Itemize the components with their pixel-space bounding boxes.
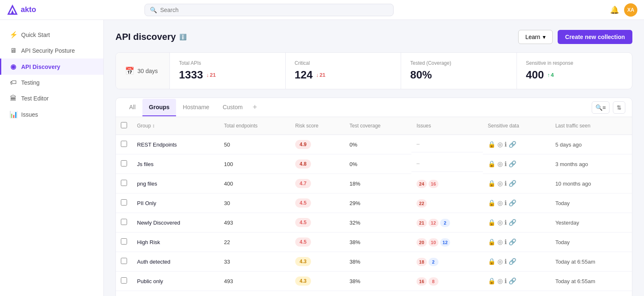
- sidebar-label-quick-start: Quick Start: [21, 32, 50, 38]
- learn-button[interactable]: Learn ▾: [518, 30, 553, 44]
- row-checkbox-0[interactable]: [121, 141, 127, 147]
- row-checkbox-3[interactable]: [121, 199, 127, 205]
- row-coverage-8: 42%: [345, 291, 412, 296]
- sidebar-label-testing: Testing: [21, 79, 39, 86]
- row-sensitive-4: 🔒 ◎ ℹ 🔗: [483, 213, 551, 232]
- col-coverage: Test coverage: [345, 117, 412, 135]
- issue-badge: 12: [440, 238, 450, 247]
- sensitive-icons: 🔒 ◎ ℹ 🔗: [488, 277, 546, 285]
- table-section: All Groups Hostname Custom + 🔍≡ ⇅ Group …: [115, 98, 632, 296]
- row-issues-0: –: [411, 135, 482, 152]
- sensitive-delta: ↑4: [547, 72, 554, 78]
- sidebar-label-issues: Issues: [21, 111, 38, 118]
- row-risk-6: 4.3: [290, 252, 345, 272]
- row-last-traffic-2: 10 months ago: [550, 174, 632, 193]
- row-sensitive-5: 🔒 ◎ ℹ 🔗: [483, 232, 551, 252]
- row-endpoints-3: 30: [219, 193, 290, 213]
- row-sensitive-8: 🔒 ◎ ℹ 🔗: [483, 291, 551, 296]
- row-coverage-7: 38%: [345, 272, 412, 291]
- critical-value: 124 ↓21: [295, 68, 392, 81]
- search-input[interactable]: [160, 7, 388, 13]
- sidebar-item-quick-start[interactable]: ⚡ Quick Start: [0, 27, 103, 43]
- row-checkbox-5[interactable]: [121, 238, 127, 245]
- row-name-3[interactable]: PII Only: [132, 193, 219, 213]
- row-risk-2: 4.7: [290, 174, 345, 193]
- no-issues: –: [416, 141, 419, 147]
- row-name-8[interactable]: Private only: [132, 291, 219, 296]
- row-checkbox-6[interactable]: [121, 258, 127, 264]
- learn-label: Learn: [525, 34, 540, 40]
- row-risk-4: 4.5: [290, 213, 345, 232]
- critical-delta: ↓21: [316, 72, 326, 78]
- sidebar-label-api-discovery: API Discovery: [21, 64, 60, 70]
- search-bar[interactable]: 🔍: [144, 4, 394, 16]
- select-all-checkbox[interactable]: [121, 122, 127, 128]
- tested-value: 80%: [410, 68, 507, 81]
- tab-add-button[interactable]: +: [249, 98, 260, 117]
- row-risk-1: 4.8: [290, 154, 345, 174]
- row-checkbox-7[interactable]: [121, 277, 127, 284]
- row-issues-1: –: [411, 154, 482, 172]
- row-issues-5: 20 10 12: [411, 232, 482, 252]
- row-coverage-3: 29%: [345, 193, 412, 213]
- row-issues-4: 21 12 2: [411, 213, 482, 232]
- sensitive-icons: 🔒 ◎ ℹ 🔗: [488, 160, 546, 168]
- sidebar-item-issues[interactable]: 📊 Issues: [0, 106, 103, 122]
- table-actions: 🔍≡ ⇅: [592, 101, 625, 114]
- row-name-1[interactable]: Js files: [132, 154, 219, 174]
- logo[interactable]: akto: [7, 4, 36, 16]
- sidebar-label-api-security: API Security Posture: [21, 47, 75, 54]
- topnav: akto 🔍 🔔 XA: [0, 0, 644, 20]
- row-coverage-6: 38%: [345, 252, 412, 272]
- row-risk-5: 4.5: [290, 232, 345, 252]
- sensitive-label: Sensitive in response: [526, 60, 623, 66]
- date-range-label: 30 days: [137, 68, 158, 74]
- col-last-traffic: Last traffic seen: [550, 117, 632, 135]
- issue-badge: 20: [416, 238, 426, 247]
- tab-all[interactable]: All: [122, 99, 142, 116]
- table-row: png files 400 4.7 18% 24 16 🔒 ◎ ℹ 🔗 10 m…: [116, 174, 632, 193]
- row-issues-7: 16 8: [411, 272, 482, 291]
- row-name-4[interactable]: Newly Discovered: [132, 213, 219, 232]
- row-checkbox-2[interactable]: [121, 180, 127, 186]
- create-collection-button[interactable]: Create new collection: [558, 30, 632, 44]
- svg-marker-1: [11, 10, 14, 14]
- row-name-5[interactable]: High Risk: [132, 232, 219, 252]
- issue-badge: 2: [440, 219, 450, 227]
- avatar[interactable]: XA: [624, 3, 637, 17]
- row-name-0[interactable]: REST Endpoints: [132, 135, 219, 154]
- tab-hostname[interactable]: Hostname: [176, 99, 216, 116]
- row-name-6[interactable]: Auth detected: [132, 252, 219, 272]
- sensitive-icons: 🔒 ◎ ℹ 🔗: [488, 238, 546, 246]
- sidebar-item-test-editor[interactable]: 🏛 Test Editor: [0, 91, 103, 106]
- test-editor-icon: 🏛: [10, 95, 17, 102]
- row-risk-8: 4.3: [290, 291, 345, 296]
- col-endpoints: Total endpoints: [219, 117, 290, 135]
- sidebar-item-api-security[interactable]: 🖥 API Security Posture: [0, 43, 103, 59]
- total-apis-label: Total APIs: [179, 60, 276, 66]
- row-endpoints-1: 100: [219, 154, 290, 174]
- tab-groups[interactable]: Groups: [142, 99, 176, 116]
- row-checkbox-1[interactable]: [121, 160, 127, 166]
- search-filter-button[interactable]: 🔍≡: [592, 101, 610, 114]
- sensitive-icons: 🔒 ◎ ℹ 🔗: [488, 180, 546, 187]
- sidebar: ⚡ Quick Start 🖥 API Security Posture ◉ A…: [0, 20, 104, 296]
- api-discovery-icon: ◉: [10, 63, 17, 71]
- row-name-2[interactable]: png files: [132, 174, 219, 193]
- issue-badge: 16: [416, 277, 426, 286]
- sensitive-icons: 🔒 ◎ ℹ 🔗: [488, 199, 546, 207]
- sidebar-item-testing[interactable]: 🏷 Testing: [0, 75, 103, 91]
- row-checkbox-4[interactable]: [121, 219, 127, 225]
- col-group: Group ↕: [132, 117, 219, 135]
- notification-bell-icon[interactable]: 🔔: [610, 5, 619, 15]
- row-name-7[interactable]: Public only: [132, 272, 219, 291]
- page-title: API discovery: [115, 32, 176, 42]
- main-content: API discovery ℹ️ Learn ▾ Create new coll…: [104, 20, 644, 296]
- sort-button[interactable]: ⇅: [613, 101, 625, 114]
- tab-custom[interactable]: Custom: [216, 99, 249, 116]
- sidebar-item-api-discovery[interactable]: ◉ API Discovery: [0, 59, 103, 75]
- row-endpoints-8: 34: [219, 291, 290, 296]
- row-endpoints-7: 493: [219, 272, 290, 291]
- akto-logo-icon: [7, 4, 18, 16]
- page-info-icon[interactable]: ℹ️: [179, 34, 186, 40]
